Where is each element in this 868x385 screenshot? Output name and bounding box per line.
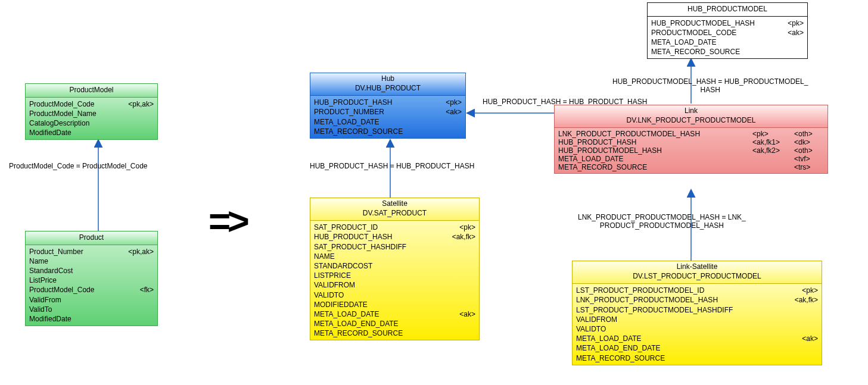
entity-row: ListPrice <box>29 276 154 285</box>
entity-row: LST_PRODUCT_PRODUCTMODEL_ID<pk> <box>576 286 818 295</box>
entity-row: ValidTo <box>29 305 154 314</box>
entity-body: HUB_PRODUCTMODEL_HASH<pk> PRODUCTMODEL_C… <box>648 17 807 59</box>
entity-row: STANDARDCOST <box>314 261 475 271</box>
entity-row: SAT_PRODUCT_ID<pk> <box>314 223 475 232</box>
relationship-label: HUB_PRODUCTMODEL_HASH = HUB_PRODUCTMODEL… <box>612 77 808 94</box>
entity-row: PRODUCT_NUMBER<ak> <box>314 107 462 117</box>
entity-row: SAT_PRODUCT_HASHDIFF <box>314 242 475 252</box>
entity-row: VALIDFROM <box>576 315 818 324</box>
entity-row: HUB_PRODUCTMODEL_HASH<pk> <box>651 18 804 28</box>
entity-body: HUB_PRODUCT_HASH<pk> PRODUCT_NUMBER<ak> … <box>310 96 465 138</box>
entity-row: META_RECORD_SOURCE <box>651 47 804 57</box>
entity-row: META_RECORD_SOURCE <box>314 328 475 338</box>
entity-body: LNK_PRODUCT_PRODUCTMODEL_HASH<pk><oth> H… <box>555 128 827 173</box>
entity-row: META_LOAD_DATE <box>314 117 462 127</box>
entity-row: ModifiedDate <box>29 314 154 324</box>
entity-body: LST_PRODUCT_PRODUCTMODEL_ID<pk> LNK_PROD… <box>573 284 822 365</box>
entity-row: LISTPRICE <box>314 271 475 280</box>
entity-title: ProductModel <box>26 84 157 98</box>
entity-row: ProductModel_Code<pk,ak> <box>29 99 154 109</box>
entity-row: META_LOAD_DATE<ak> <box>576 334 818 343</box>
entity-row: META_LOAD_DATE<tvf> <box>558 155 824 163</box>
entity-row: HUB_PRODUCT_HASH<ak,fk1><dk> <box>558 138 824 146</box>
entity-hub-product: Hub DV.HUB_PRODUCT HUB_PRODUCT_HASH<pk> … <box>310 73 466 139</box>
entity-row: META_LOAD_END_DATE <box>576 343 818 353</box>
entity-row: VALIDFROM <box>314 280 475 290</box>
entity-link-satellite: Link-Satellite DV.LST_PRODUCT_PRODUCTMOD… <box>572 261 822 365</box>
entity-row: LST_PRODUCT_PRODUCTMODEL_HASHDIFF <box>576 305 818 315</box>
entity-row: META_RECORD_SOURCE <box>576 353 818 363</box>
entity-row: META_LOAD_DATE<ak> <box>314 309 475 319</box>
entity-row: META_RECORD_SOURCE<trs> <box>558 163 824 171</box>
relationship-label: LNK_PRODUCT_PRODUCTMODEL_HASH = LNK_ PRO… <box>578 213 746 230</box>
entity-row: HUB_PRODUCT_HASH<ak,fk> <box>314 232 475 242</box>
entity-title: Product <box>26 231 157 245</box>
entity-row: HUB_PRODUCTMODEL_HASH<ak,fk2><oth> <box>558 146 824 155</box>
entity-body: SAT_PRODUCT_ID<pk> HUB_PRODUCT_HASH<ak,f… <box>310 221 479 340</box>
entity-row: LNK_PRODUCT_PRODUCTMODEL_HASH<ak,fk> <box>576 295 818 305</box>
entity-row: ProductModel_Code<fk> <box>29 285 154 295</box>
entity-row: StandardCost <box>29 266 154 276</box>
entity-sat-product: Satellite DV.SAT_PRODUCT SAT_PRODUCT_ID<… <box>310 198 480 340</box>
entity-row: NAME <box>314 252 475 261</box>
entity-link: Link DV.LNK_PRODUCT_PRODUCTMODEL LNK_PRO… <box>554 105 828 174</box>
entity-row: Product_Number<pk,ak> <box>29 247 154 256</box>
entity-row: META_LOAD_END_DATE <box>314 319 475 328</box>
transform-arrow-icon: => <box>209 199 246 243</box>
entity-row: MODIFIEDDATE <box>314 300 475 309</box>
entity-row: META_RECORD_SOURCE <box>314 127 462 136</box>
entity-row: ProductModel_Name <box>29 109 154 118</box>
entity-hub-productmodel: HUB_PRODUCTMODEL HUB_PRODUCTMODEL_HASH<p… <box>647 2 808 59</box>
entity-body: ProductModel_Code<pk,ak> ProductModel_Na… <box>26 98 157 140</box>
relationship-label: ProductModel_Code = ProductModel_Code <box>9 162 147 170</box>
relationship-label: HUB_PRODUCT_HASH = HUB_PRODUCT_HASH <box>310 162 474 170</box>
entity-title: Hub DV.HUB_PRODUCT <box>310 73 465 96</box>
entity-row: META_LOAD_DATE <box>651 37 804 47</box>
entity-title: HUB_PRODUCTMODEL <box>648 3 807 17</box>
entity-title: Link DV.LNK_PRODUCT_PRODUCTMODEL <box>555 105 827 128</box>
entity-row: PRODUCTMODEL_CODE<ak> <box>651 28 804 37</box>
entity-productmodel: ProductModel ProductModel_Code<pk,ak> Pr… <box>25 83 158 140</box>
entity-row: VALIDTO <box>576 324 818 334</box>
entity-body: Product_Number<pk,ak> Name StandardCost … <box>26 245 157 326</box>
entity-row: HUB_PRODUCT_HASH<pk> <box>314 98 462 107</box>
entity-product: Product Product_Number<pk,ak> Name Stand… <box>25 231 158 326</box>
entity-row: ValidFrom <box>29 295 154 305</box>
entity-row: VALIDTO <box>314 290 475 300</box>
entity-row: CatalogDescription <box>29 118 154 128</box>
entity-row: ModifiedDate <box>29 128 154 137</box>
entity-row: LNK_PRODUCT_PRODUCTMODEL_HASH<pk><oth> <box>558 130 824 138</box>
entity-row: Name <box>29 256 154 266</box>
entity-title: Satellite DV.SAT_PRODUCT <box>310 198 479 221</box>
entity-title: Link-Satellite DV.LST_PRODUCT_PRODUCTMOD… <box>573 261 822 284</box>
